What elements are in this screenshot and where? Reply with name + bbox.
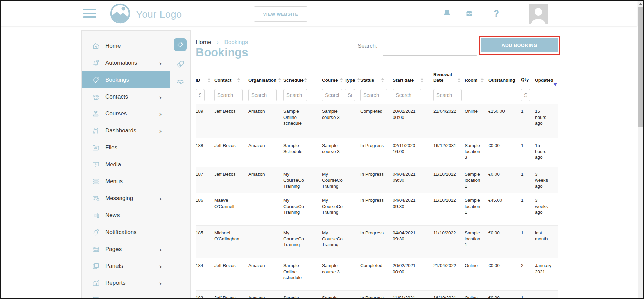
- cell-start-date: 04/04/2021 09:30: [393, 167, 433, 193]
- cell-id: 189: [196, 104, 214, 138]
- filter-input-start-date[interactable]: [393, 89, 421, 101]
- cell-status: Completed: [360, 104, 393, 138]
- view-website-button[interactable]: VIEW WEBSITE: [254, 6, 307, 22]
- menus-lines-icon: [92, 177, 100, 186]
- column-header-qty[interactable]: Qty: [521, 77, 535, 86]
- sidebar-item-surveys[interactable]: Surveys: [82, 292, 170, 299]
- sidebar-item-menus[interactable]: Menus: [82, 173, 170, 190]
- cell-outstanding: €45.00: [488, 193, 521, 225]
- cell-schedule: Sample Online schedule: [283, 104, 322, 138]
- column-header-contact[interactable]: Contact: [214, 78, 248, 86]
- vertical-scrollbar[interactable]: [638, 1, 643, 298]
- user-avatar[interactable]: [529, 4, 548, 24]
- cell-contact: Jeff Bezos: [214, 104, 248, 138]
- sidebar-item-media[interactable]: Media: [82, 156, 170, 173]
- column-header-room[interactable]: Room: [465, 78, 488, 86]
- inbox-tray-icon[interactable]: [459, 1, 480, 26]
- cell-qty: 1: [521, 226, 535, 258]
- cell-room: Sample location 1: [465, 193, 488, 225]
- cell-status: In Progress: [360, 291, 393, 299]
- table-row[interactable]: 188 Jeff Bezos Amazon Sample Schedule Sa…: [196, 138, 558, 167]
- column-header-start-date[interactable]: Start date: [393, 78, 433, 86]
- sidebar-item-news[interactable]: News: [82, 207, 170, 224]
- subnav-discounts-tag-icon[interactable]: [174, 60, 186, 69]
- search-input[interactable]: [383, 42, 477, 56]
- cell-start-date: 04/04/2021 09:30: [393, 226, 433, 258]
- filter-input-qty[interactable]: [521, 89, 530, 101]
- sort-icon: [481, 78, 484, 82]
- help-icon[interactable]: ?: [480, 1, 513, 26]
- column-header-updated[interactable]: Updated: [535, 78, 558, 86]
- sidebar-item-files[interactable]: Files: [82, 139, 170, 156]
- cell-qty: 1: [521, 291, 535, 299]
- table-row[interactable]: 186 Maeve O'Connell My CourseCo Training…: [196, 193, 558, 226]
- column-header-course[interactable]: Course: [322, 78, 345, 86]
- column-header-status[interactable]: Status: [360, 78, 393, 86]
- cell-type: [345, 258, 360, 290]
- subnav-bookings-tag-icon[interactable]: [174, 38, 187, 51]
- cell-course: My CourseCo Training: [322, 226, 345, 258]
- filter-input-id[interactable]: [196, 89, 205, 101]
- table-row[interactable]: 189 Jeff Bezos Amazon Sample Online sche…: [196, 104, 558, 138]
- column-header-type[interactable]: Type: [345, 78, 360, 86]
- cell-course: Sample course 3: [322, 291, 345, 299]
- cell-updated: 3 weeks ago: [535, 193, 558, 225]
- filter-input-schedule[interactable]: [283, 89, 307, 101]
- sidebar-item-notifications[interactable]: Notifications: [82, 224, 170, 241]
- column-header-id[interactable]: ID: [196, 78, 214, 86]
- sidebar-item-bookings[interactable]: Bookings: [82, 71, 170, 88]
- sidebar-item-contacts[interactable]: Contacts ›: [82, 88, 170, 105]
- column-header-renewal-date[interactable]: Renewal Date: [433, 72, 465, 86]
- sidebar-item-automations[interactable]: Automations ›: [82, 55, 170, 71]
- filter-input-organisation[interactable]: [248, 89, 277, 101]
- column-header-organisation[interactable]: Organisation: [248, 78, 283, 86]
- filter-input-status[interactable]: [360, 89, 387, 101]
- sort-icon: [458, 78, 460, 82]
- cell-type: [345, 104, 360, 138]
- cell-outstanding: €150.00: [488, 104, 521, 138]
- sort-icon: [278, 78, 281, 82]
- table-row[interactable]: 187 Jeff Bezos Amazon My CourseCo Traini…: [196, 167, 558, 193]
- chevron-right-icon: ›: [159, 94, 170, 100]
- table-row[interactable]: 184 Jeff Bezos Amazon Sample Online sche…: [196, 258, 558, 291]
- cell-contact: Jeff Bezos: [214, 291, 248, 299]
- notifications-bell-icon[interactable]: [435, 1, 459, 26]
- cell-organisation: Amazon: [248, 104, 283, 138]
- cell-outstanding: €0.00: [488, 258, 521, 290]
- filter-input-course[interactable]: [322, 89, 342, 101]
- hamburger-menu-icon[interactable]: [83, 9, 96, 18]
- sidebar-item-pages[interactable]: Pages ›: [82, 241, 170, 258]
- table-row[interactable]: 185 Michael O'Callaghan My CourseCo Trai…: [196, 226, 558, 258]
- table-row[interactable]: 183 Jeff Bezos Amazon Sample Schedule Sa…: [196, 291, 558, 299]
- cell-id: 188: [196, 138, 214, 167]
- column-header-schedule[interactable]: Schedule: [283, 78, 322, 86]
- cell-outstanding: €0.00: [488, 226, 521, 258]
- sidebar-item-home[interactable]: Home: [82, 38, 170, 55]
- automation-bell-icon: [92, 59, 100, 67]
- filter-input-renewal-date[interactable]: [433, 89, 462, 101]
- logo-link[interactable]: Your Logo: [110, 3, 182, 25]
- sidebar-item-dashboards[interactable]: Dashboards ›: [82, 122, 170, 139]
- sidebar-item-panels[interactable]: Panels ›: [82, 258, 170, 275]
- subnav-handshake-icon[interactable]: [174, 78, 186, 86]
- filter-input-contact[interactable]: [214, 89, 243, 101]
- sidebar-item-messaging[interactable]: Messaging ›: [82, 190, 170, 207]
- cell-id: 183: [196, 291, 214, 299]
- logo-text: Your Logo: [136, 9, 182, 20]
- news-icon: [92, 211, 100, 219]
- breadcrumb-home-link[interactable]: Home: [196, 39, 211, 45]
- sidebar-item-reports[interactable]: Reports ›: [82, 275, 170, 292]
- sidebar-item-courses[interactable]: Courses ›: [82, 105, 170, 122]
- media-monitor-icon: [92, 161, 100, 169]
- dashboards-icon: [92, 127, 100, 135]
- chevron-right-icon: ›: [159, 246, 170, 253]
- breadcrumb-separator: ›: [217, 39, 219, 45]
- column-header-outstanding[interactable]: Outstanding: [488, 78, 521, 86]
- add-booking-button[interactable]: ADD BOOKING: [481, 38, 558, 52]
- filter-input-type[interactable]: [345, 89, 355, 101]
- cell-course: My CourseCo Training: [322, 193, 345, 225]
- cell-qty: 1: [521, 138, 535, 167]
- scrollbar-thumb[interactable]: [638, 7, 643, 127]
- cell-contact: Jeff Bezos: [214, 167, 248, 193]
- scroll-up-button[interactable]: [638, 1, 643, 7]
